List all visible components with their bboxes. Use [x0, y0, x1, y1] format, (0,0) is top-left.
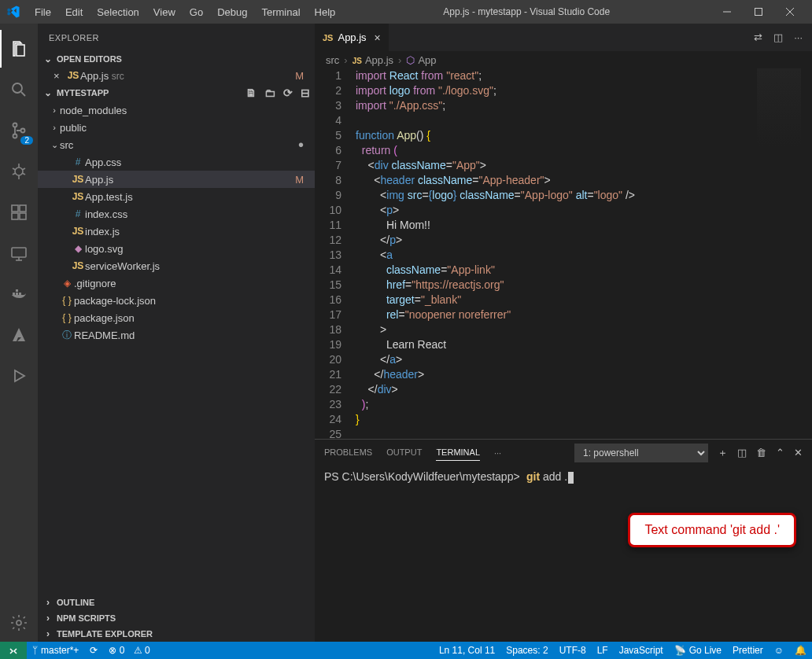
- minimap[interactable]: [757, 68, 801, 147]
- close-button[interactable]: [774, 0, 806, 24]
- extensions-icon[interactable]: [0, 193, 38, 231]
- tab-bar: JS App.js × ⇄ ◫ ···: [315, 24, 812, 51]
- file-App-test-js[interactable]: JSApp.test.js: [38, 188, 315, 205]
- settings-gear-icon[interactable]: [0, 604, 38, 642]
- panel-more-icon[interactable]: ···: [494, 445, 501, 461]
- svg-line-11: [13, 168, 16, 170]
- svg-rect-23: [13, 293, 15, 295]
- folder-src[interactable]: ⌄src•: [38, 136, 315, 153]
- docker-icon[interactable]: [0, 275, 38, 313]
- file--gitignore[interactable]: ◈.gitignore: [38, 274, 315, 292]
- maximize-panel-icon[interactable]: ⌃: [776, 447, 784, 458]
- section-outline[interactable]: ›OUTLINE: [38, 595, 315, 610]
- azure-icon[interactable]: [0, 316, 38, 354]
- svg-rect-1: [755, 9, 762, 16]
- file-index-css[interactable]: #index.css: [38, 205, 315, 223]
- menu-file[interactable]: File: [28, 3, 57, 21]
- open-editor-item[interactable]: ×JSApp.js srcM: [38, 67, 315, 84]
- split-terminal-icon[interactable]: ◫: [737, 447, 747, 458]
- svg-rect-24: [16, 293, 18, 295]
- open-editors-section[interactable]: ⌄OPEN EDITORS: [38, 51, 315, 67]
- tab-close-icon[interactable]: ×: [375, 31, 381, 44]
- notifications-icon[interactable]: 🔔: [789, 642, 812, 659]
- source-control-icon[interactable]: 2: [0, 112, 38, 149]
- cursor-position-status[interactable]: Ln 11, Col 11: [434, 642, 500, 659]
- go-live-status[interactable]: 📡 Go Live: [669, 642, 727, 659]
- indentation-status[interactable]: Spaces: 2: [500, 642, 553, 659]
- split-editor-icon[interactable]: ◫: [773, 31, 783, 43]
- menu-view[interactable]: View: [147, 3, 182, 21]
- file-README-md[interactable]: ⓘREADME.md: [38, 326, 315, 344]
- menu-edit[interactable]: Edit: [59, 3, 89, 21]
- svg-line-14: [22, 173, 25, 175]
- status-bar: ᛘ master*+ ⟳ ⊗ 0 ⚠ 0 Ln 11, Col 11 Space…: [0, 642, 812, 659]
- folder-public[interactable]: ›public: [38, 119, 315, 136]
- annotation-callout: Text command 'git add .': [628, 513, 796, 547]
- main-menu: FileEditSelectionViewGoDebugTerminalHelp: [28, 3, 341, 21]
- file-logo-svg[interactable]: ◆logo.svg: [38, 240, 315, 257]
- refresh-icon[interactable]: ⟳: [283, 87, 293, 99]
- menu-help[interactable]: Help: [308, 3, 342, 21]
- language-mode-status[interactable]: JavaScript: [614, 642, 669, 659]
- problems-status[interactable]: ⊗ 0 ⚠ 0: [103, 642, 155, 659]
- svg-point-6: [13, 123, 17, 127]
- debug-icon[interactable]: [0, 153, 38, 190]
- menu-debug[interactable]: Debug: [211, 3, 253, 21]
- new-folder-icon[interactable]: 🗀: [264, 87, 275, 99]
- remote-indicator[interactable]: [0, 642, 27, 659]
- svg-line-13: [13, 173, 16, 175]
- vscode-logo-icon: [6, 5, 20, 19]
- git-branch-status[interactable]: ᛘ master*+: [27, 642, 84, 659]
- menu-selection[interactable]: Selection: [90, 3, 145, 21]
- panel-tab-terminal[interactable]: TERMINAL: [436, 444, 480, 461]
- prettier-status[interactable]: Prettier: [727, 642, 769, 659]
- more-icon[interactable]: ···: [794, 31, 803, 43]
- file-index-js[interactable]: JSindex.js: [38, 223, 315, 240]
- tab-app-js[interactable]: JS App.js ×: [315, 24, 389, 51]
- code-editor[interactable]: 1234567891011121314151617181920212223242…: [315, 68, 812, 439]
- new-terminal-icon[interactable]: ＋: [718, 446, 728, 460]
- eol-status[interactable]: LF: [592, 642, 614, 659]
- file-package-json[interactable]: { }package.json: [38, 309, 315, 326]
- panel-tab-problems[interactable]: PROBLEMS: [324, 444, 372, 461]
- svg-point-9: [15, 168, 23, 175]
- panel-tab-output[interactable]: OUTPUT: [386, 444, 422, 461]
- terminal-cursor-icon: [568, 472, 574, 484]
- section-template-explorer[interactable]: ›TEMPLATE EXPLORER: [38, 626, 315, 642]
- compare-icon[interactable]: ⇄: [754, 31, 762, 43]
- collapse-all-icon[interactable]: ⊟: [301, 87, 310, 99]
- svg-rect-18: [20, 213, 26, 219]
- kill-terminal-icon[interactable]: 🗑: [756, 447, 766, 458]
- terminal[interactable]: PS C:\Users\KodyWildfeuer\mytestapp> git…: [315, 466, 812, 642]
- window-title: App.js - mytestapp - Visual Studio Code: [341, 6, 711, 17]
- terminal-selector[interactable]: 1: powershell: [574, 444, 708, 462]
- tab-label: App.js: [338, 31, 366, 43]
- menu-terminal[interactable]: Terminal: [255, 3, 306, 21]
- search-icon[interactable]: [0, 71, 38, 109]
- minimize-button[interactable]: [711, 0, 743, 24]
- svg-point-4: [13, 83, 22, 93]
- new-file-icon[interactable]: 🗎: [245, 87, 257, 99]
- breadcrumb[interactable]: src›JSApp.js›⬡App: [315, 51, 812, 68]
- file-package-lock-json[interactable]: { }package-lock.json: [38, 292, 315, 309]
- svg-rect-17: [12, 213, 18, 219]
- folder-node_modules[interactable]: ›node_modules: [38, 101, 315, 119]
- feedback-icon[interactable]: ☺: [769, 642, 789, 659]
- menu-go[interactable]: Go: [183, 3, 209, 21]
- file-App-js[interactable]: JSApp.jsM: [38, 171, 315, 188]
- folder-section[interactable]: ⌄MYTESTAPP 🗎 🗀 ⟳ ⊟: [38, 84, 315, 101]
- svg-point-28: [17, 620, 21, 625]
- explorer-icon[interactable]: [0, 30, 38, 68]
- encoding-status[interactable]: UTF-8: [554, 642, 592, 659]
- maximize-button[interactable]: [743, 0, 774, 24]
- scm-badge: 2: [20, 136, 33, 145]
- titlebar: FileEditSelectionViewGoDebugTerminalHelp…: [0, 0, 812, 24]
- play-icon[interactable]: [0, 357, 38, 395]
- section-npm-scripts[interactable]: ›NPM SCRIPTS: [38, 610, 315, 626]
- file-App-css[interactable]: #App.css: [38, 153, 315, 171]
- git-sync-status[interactable]: ⟳: [84, 642, 103, 659]
- file-serviceWorker-js[interactable]: JSserviceWorker.js: [38, 257, 315, 274]
- remote-explorer-icon[interactable]: [0, 234, 38, 272]
- close-panel-icon[interactable]: ✕: [794, 447, 803, 458]
- terminal-prompt: PS C:\Users\KodyWildfeuer\mytestapp>: [324, 470, 520, 483]
